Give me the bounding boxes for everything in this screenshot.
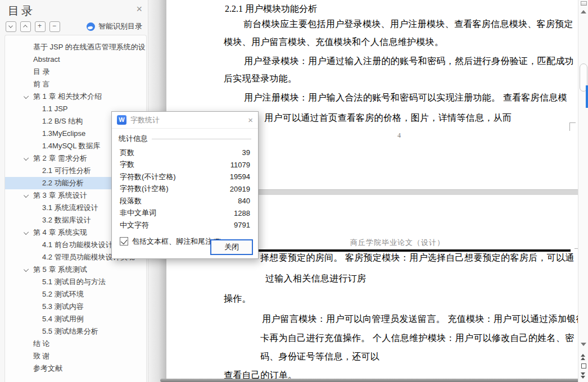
stat-row: 段落数840 <box>120 195 250 207</box>
collapse-up-button[interactable] <box>20 21 31 32</box>
stat-label: 页数 <box>120 148 134 158</box>
toc-item[interactable]: 第 5 章 系统测试 <box>5 263 146 276</box>
chevron-down-icon[interactable] <box>24 230 29 235</box>
scroll-position-indicator <box>586 85 588 108</box>
horizontal-scrollbar-thumb[interactable] <box>160 379 585 382</box>
toc-item-label: 参考文献 <box>33 364 62 372</box>
previous-page-button[interactable] <box>581 354 585 360</box>
stat-row: 中文字符9791 <box>120 219 250 231</box>
stat-row: 字数11079 <box>120 159 250 171</box>
toc-item-label: 目 录 <box>33 67 50 76</box>
toc-item[interactable]: 前 言 <box>5 78 146 90</box>
toc-item-label: 3.2 数据库设计 <box>42 216 91 224</box>
toc-item-label: 第 1 章 相关技术介绍 <box>33 92 102 101</box>
stat-value: 1288 <box>234 209 250 217</box>
toc-item-label: 2.1 可行性分析 <box>42 166 91 175</box>
toc-item-label: 5.3 测试内容 <box>42 302 84 311</box>
stat-value: 19594 <box>230 172 250 181</box>
close-icon[interactable]: × <box>136 3 142 15</box>
toc-item-label: 第 5 章 系统测试 <box>33 265 87 274</box>
checkbox-checked-icon[interactable] <box>120 237 128 245</box>
section-heading[interactable]: 2.2.1 用户模块功能分析 <box>225 3 317 15</box>
stat-row: 非中文单词1288 <box>120 207 250 220</box>
toc-toolbar: + − <box>6 21 60 32</box>
word-count-dialog: W 字数统计 × 统计信息 页数39字数11079字符数(不计空格)19594字… <box>111 111 259 259</box>
stat-value: 39 <box>242 148 250 157</box>
toc-item[interactable]: 致 谢 <box>5 350 146 362</box>
doc-text-line[interactable]: 卡再为自己进行充值操作。 个人信息维护模块：用户可以修改自己的姓名、密 <box>260 333 575 344</box>
doc-text-line[interactable]: 过输入相关信息进行订房 <box>265 273 366 285</box>
stat-row: 字符数(计空格)20919 <box>120 183 250 195</box>
expand-down-button[interactable] <box>6 21 16 32</box>
chevron-down-icon[interactable] <box>24 94 29 99</box>
chevron-down-icon[interactable] <box>24 267 29 272</box>
stat-label: 段落数 <box>120 196 142 206</box>
doc-text-line[interactable]: 模块、用户留言模块、充值模块和个人信息维护模块。 <box>224 37 444 48</box>
stat-label: 字符数(不计空格) <box>120 172 176 182</box>
vertical-scrollbar[interactable] <box>578 0 588 382</box>
ruler-toggle-icon[interactable] <box>581 1 587 6</box>
toc-item[interactable]: 基于 JSP 的在线酒店管理系统的设 ... <box>5 41 146 53</box>
toc-item-label: 1.2 B/S 结构 <box>42 117 83 125</box>
double-down-icon <box>581 372 585 375</box>
chevron-up-icon <box>24 24 27 28</box>
chevron-down-icon <box>9 24 12 28</box>
toc-item-label: 5.1 测试目的与方法 <box>42 278 106 286</box>
wps-logo-icon: W <box>117 115 126 125</box>
next-page-button[interactable] <box>581 372 585 379</box>
double-up-icon <box>581 357 585 360</box>
smart-toc-button[interactable]: 智能识别目录 <box>87 21 142 31</box>
ai-robot-icon <box>87 22 95 31</box>
doc-text-line[interactable]: 后实现登录功能。 <box>224 73 297 85</box>
scroll-down-arrow[interactable] <box>581 343 586 346</box>
dialog-titlebar[interactable]: W 字数统计 × <box>112 112 258 129</box>
doc-text-line[interactable]: 操作。 <box>224 293 251 305</box>
toc-item-label: 3.1 系统流程设计 <box>42 203 98 212</box>
toc-item-label: 5.5 测试结果分析 <box>42 327 98 335</box>
stats-table: 页数39字数11079字符数(不计空格)19594字符数(计空格)20919段落… <box>120 147 250 231</box>
doc-text-line[interactable]: 码、身份证号等信息，还可以 <box>260 351 379 363</box>
select-browse-object-button[interactable] <box>581 363 586 369</box>
toc-item-label: 2.2 功能分析 <box>42 179 84 187</box>
toc-item-label: 1.3MyEclipse <box>42 129 85 138</box>
toc-item-label: 第 4 章 系统实现 <box>33 228 87 237</box>
stats-group-label: 统计信息 <box>119 134 251 144</box>
dialog-title: 字数统计 <box>130 115 160 125</box>
close-dialog-button[interactable]: 关闭 <box>210 239 253 255</box>
doc-text-line[interactable]: 用户可以通过首页查看客房的价格，图片，详情等信息，从而 <box>264 112 512 124</box>
doc-text-line[interactable]: 用户留言模块：用户可以向管理员发送留言。 充值模块：用户可以通过添加银行 <box>262 313 585 325</box>
toc-item-label: 5.4 测试用例 <box>42 315 84 323</box>
toc-item[interactable]: 5.4 测试用例 <box>5 313 146 325</box>
doc-text-line[interactable]: 择想要预定的房间。 客房预定模块：用户选择自己想要预定的客房后，可以通 <box>260 252 575 264</box>
checkbox-label: 包括文本框、脚注和尾注(F) <box>132 237 222 247</box>
toc-item[interactable]: 目 录 <box>5 66 146 78</box>
close-icon[interactable]: × <box>248 116 253 124</box>
toc-item[interactable]: 结 论 <box>5 338 146 350</box>
stat-row: 页数39 <box>120 147 250 159</box>
scroll-up-arrow[interactable] <box>581 10 586 13</box>
toc-panel-title: 目录 <box>8 3 35 19</box>
doc-text-line[interactable]: 前台模块应主要包括用户登录模块、用户注册模块、查看客房信息模块、客房预定 <box>243 19 573 30</box>
chevron-down-icon[interactable] <box>24 193 29 198</box>
toc-item[interactable]: 5.1 测试目的与方法 <box>5 276 146 288</box>
toc-item[interactable]: 5.5 测试结果分析 <box>5 325 146 338</box>
toc-item-label: 结 论 <box>33 339 50 348</box>
collapse-all-button[interactable]: − <box>49 21 60 32</box>
double-up-icon <box>581 354 585 357</box>
stat-label: 字符数(计空格) <box>120 184 169 194</box>
toc-item[interactable]: 第 1 章 相关技术介绍 <box>5 90 146 103</box>
toc-item[interactable]: 5.2 测试环境 <box>5 288 146 301</box>
toc-item-label: 5.2 测试环境 <box>42 290 84 298</box>
toc-item-label: 基于 JSP 的在线酒店管理系统的设 ... <box>33 43 146 51</box>
stat-value: 9791 <box>234 221 250 229</box>
doc-text-line[interactable]: 用户登录模块：用户通过输入注册的的账号和密码，然后进行身份验证，匹配成功 <box>244 56 574 67</box>
chevron-down-icon[interactable] <box>24 156 29 161</box>
stat-label: 字数 <box>120 160 134 170</box>
toc-item-label: 第 3 章 系统设计 <box>33 191 87 199</box>
toc-item[interactable]: 5.3 测试内容 <box>5 301 146 313</box>
toc-item[interactable]: Abstract <box>5 53 146 66</box>
stat-value: 20919 <box>230 185 250 193</box>
expand-all-button[interactable]: + <box>35 21 46 32</box>
doc-text-line[interactable]: 用户注册模块：用户输入合法的账号和密码可以实现注册功能。 查看客房信息模 <box>244 92 567 104</box>
toc-item[interactable]: 参考文献 <box>5 362 146 375</box>
